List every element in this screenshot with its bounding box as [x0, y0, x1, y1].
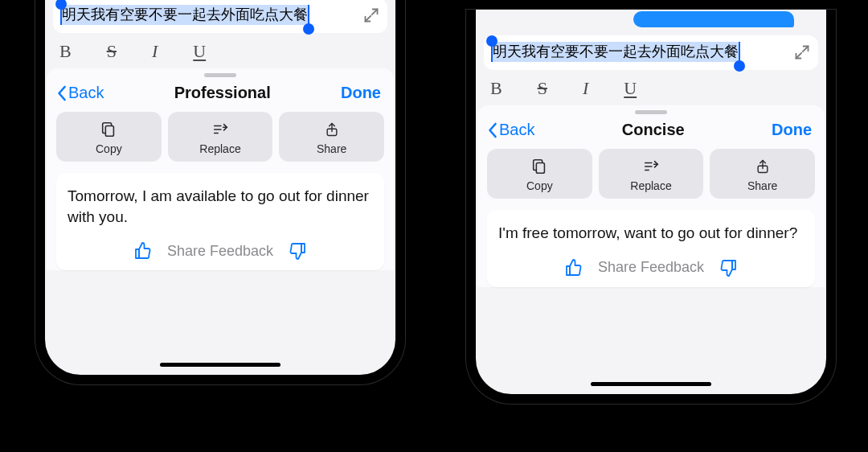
action-row: Copy Replace Share	[477, 147, 825, 210]
underline-button[interactable]: U	[193, 41, 206, 62]
format-bar: B S I U	[45, 33, 395, 68]
compose-area: 明天我有空要不要一起去外面吃点大餐	[484, 35, 818, 70]
sheet-header: Back Professional Done	[47, 79, 394, 110]
format-bar: B S I U	[476, 70, 826, 105]
bold-button[interactable]: B	[59, 41, 72, 62]
replace-label: Replace	[168, 142, 273, 155]
share-icon	[710, 157, 815, 176]
chevron-left-icon	[56, 85, 67, 101]
feedback-row: Share Feedback	[68, 241, 373, 261]
share-label: Share	[279, 142, 384, 155]
replace-button[interactable]: Replace	[168, 112, 273, 162]
thumbs-down-icon[interactable]	[288, 241, 307, 261]
copy-label: Copy	[487, 179, 592, 192]
thumbs-up-icon[interactable]	[133, 241, 153, 261]
share-label: Share	[710, 179, 815, 192]
sheet-grabber[interactable]	[204, 73, 236, 77]
done-button[interactable]: Done	[772, 121, 812, 139]
strike-button[interactable]: S	[107, 41, 117, 62]
italic-button[interactable]: I	[583, 78, 588, 99]
action-row: Copy Replace Share	[47, 110, 394, 173]
copy-icon	[56, 120, 162, 139]
strike-button[interactable]: S	[538, 78, 547, 99]
done-button[interactable]: Done	[341, 84, 381, 102]
writing-tools-sheet: Back Concise Done Copy Replace	[477, 105, 825, 287]
bold-button[interactable]: B	[490, 78, 502, 99]
compose-area: 明天我有空要不要一起去外面吃点大餐	[53, 0, 387, 33]
copy-icon	[487, 157, 592, 176]
selected-text-content: 明天我有空要不要一起去外面吃点大餐	[62, 6, 308, 23]
share-icon	[279, 120, 384, 139]
back-label: Back	[499, 121, 534, 139]
result-text: I'm free tomorrow, want to go out for di…	[498, 223, 804, 244]
message-bubble	[633, 11, 794, 27]
expand-icon[interactable]	[794, 44, 810, 60]
feedback-label[interactable]: Share Feedback	[598, 259, 704, 276]
home-indicator[interactable]	[591, 382, 711, 386]
replace-icon	[168, 120, 273, 139]
copy-label: Copy	[56, 142, 162, 155]
underline-button[interactable]: U	[624, 78, 637, 99]
result-card: I'm free tomorrow, want to go out for di…	[487, 210, 815, 287]
back-label: Back	[68, 84, 104, 102]
copy-button[interactable]: Copy	[56, 112, 162, 162]
back-button[interactable]: Back	[56, 84, 104, 102]
thumbs-up-icon[interactable]	[564, 258, 583, 277]
replace-label: Replace	[599, 179, 704, 192]
copy-button[interactable]: Copy	[487, 149, 592, 199]
result-text: Tomorrow, I am available to go out for d…	[68, 186, 373, 227]
thumbs-down-icon[interactable]	[719, 258, 738, 277]
writing-tools-sheet: Back Professional Done Copy Replace	[47, 68, 394, 270]
share-button[interactable]: Share	[710, 149, 815, 199]
share-button[interactable]: Share	[279, 112, 384, 162]
feedback-row: Share Feedback	[498, 258, 804, 277]
selected-text[interactable]: 明天我有空要不要一起去外面吃点大餐	[492, 42, 739, 62]
sheet-title: Concise	[622, 121, 685, 139]
home-indicator[interactable]	[160, 363, 280, 367]
result-card: Tomorrow, I am available to go out for d…	[56, 173, 384, 270]
selected-text[interactable]: 明天我有空要不要一起去外面吃点大餐	[61, 5, 309, 25]
feedback-label[interactable]: Share Feedback	[167, 243, 273, 260]
phone-concise: 明天我有空要不要一起去外面吃点大餐 B S I U Back Concise D…	[466, 10, 836, 404]
expand-icon[interactable]	[363, 7, 379, 23]
italic-button[interactable]: I	[152, 41, 158, 62]
replace-icon	[599, 157, 704, 176]
phone-professional: 明天我有空要不要一起去外面吃点大餐 B S I U Back Professio…	[35, 0, 405, 384]
replace-button[interactable]: Replace	[599, 149, 704, 199]
svg-rect-0	[106, 126, 114, 137]
sheet-title: Professional	[174, 84, 271, 102]
chevron-left-icon	[487, 122, 497, 138]
svg-rect-2	[537, 163, 545, 174]
sheet-header: Back Concise Done	[477, 116, 825, 147]
sheet-grabber[interactable]	[635, 110, 667, 114]
back-button[interactable]: Back	[487, 121, 534, 139]
selected-text-content: 明天我有空要不要一起去外面吃点大餐	[493, 43, 739, 60]
